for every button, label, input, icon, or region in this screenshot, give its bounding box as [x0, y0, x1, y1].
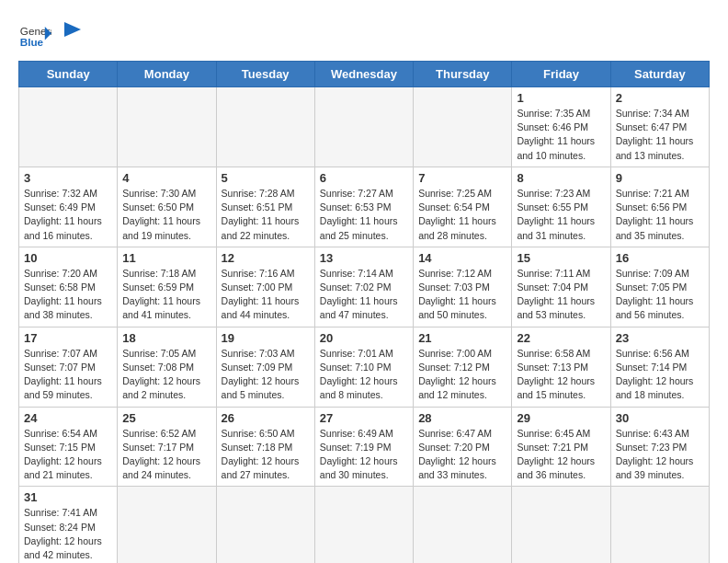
day-info: Sunrise: 7:27 AM Sunset: 6:53 PM Dayligh…: [320, 187, 408, 243]
calendar-week-row: 31Sunrise: 7:41 AM Sunset: 8:24 PM Dayli…: [19, 487, 710, 563]
calendar-day-cell: 26Sunrise: 6:50 AM Sunset: 7:18 PM Dayli…: [216, 407, 314, 487]
day-number: 31: [24, 490, 112, 504]
calendar-day-cell: 19Sunrise: 7:03 AM Sunset: 7:09 PM Dayli…: [216, 327, 314, 407]
calendar-day-cell: [19, 87, 118, 167]
calendar-day-cell: 27Sunrise: 6:49 AM Sunset: 7:19 PM Dayli…: [314, 407, 413, 487]
calendar-day-cell: [314, 487, 413, 563]
day-number: 25: [122, 411, 210, 425]
day-info: Sunrise: 7:09 AM Sunset: 7:05 PM Dayligh…: [616, 267, 704, 323]
calendar-day-cell: 5Sunrise: 7:28 AM Sunset: 6:51 PM Daylig…: [216, 167, 314, 247]
day-number: 9: [616, 171, 704, 185]
day-info: Sunrise: 7:05 AM Sunset: 7:08 PM Dayligh…: [122, 347, 210, 403]
day-info: Sunrise: 7:00 AM Sunset: 7:12 PM Dayligh…: [418, 347, 506, 403]
calendar-day-cell: 13Sunrise: 7:14 AM Sunset: 7:02 PM Dayli…: [314, 247, 413, 327]
day-number: 10: [24, 251, 112, 265]
weekday-header-thursday: Thursday: [414, 62, 512, 87]
calendar-day-cell: 31Sunrise: 7:41 AM Sunset: 8:24 PM Dayli…: [19, 487, 118, 563]
calendar-week-row: 17Sunrise: 7:07 AM Sunset: 7:07 PM Dayli…: [19, 327, 710, 407]
calendar-day-cell: 9Sunrise: 7:21 AM Sunset: 6:56 PM Daylig…: [610, 167, 709, 247]
calendar-day-cell: 29Sunrise: 6:45 AM Sunset: 7:21 PM Dayli…: [512, 407, 610, 487]
page-header: General Blue: [18, 18, 710, 52]
calendar-day-cell: 3Sunrise: 7:32 AM Sunset: 6:49 PM Daylig…: [19, 167, 118, 247]
day-info: Sunrise: 7:01 AM Sunset: 7:10 PM Dayligh…: [320, 347, 408, 403]
weekday-header-monday: Monday: [118, 62, 216, 87]
day-number: 26: [222, 411, 310, 425]
day-info: Sunrise: 7:23 AM Sunset: 6:55 PM Dayligh…: [517, 187, 605, 243]
calendar-day-cell: [118, 487, 216, 563]
weekday-header-sunday: Sunday: [19, 62, 118, 87]
day-info: Sunrise: 6:52 AM Sunset: 7:17 PM Dayligh…: [122, 427, 210, 483]
day-number: 29: [517, 411, 605, 425]
calendar-day-cell: 22Sunrise: 6:58 AM Sunset: 7:13 PM Dayli…: [512, 327, 610, 407]
calendar-day-cell: 20Sunrise: 7:01 AM Sunset: 7:10 PM Dayli…: [314, 327, 413, 407]
weekday-header-saturday: Saturday: [610, 62, 709, 87]
day-info: Sunrise: 7:25 AM Sunset: 6:54 PM Dayligh…: [418, 187, 506, 243]
calendar-week-row: 24Sunrise: 6:54 AM Sunset: 7:15 PM Dayli…: [19, 407, 710, 487]
calendar-header-row: SundayMondayTuesdayWednesdayThursdayFrid…: [19, 62, 710, 87]
day-number: 4: [122, 171, 210, 185]
day-info: Sunrise: 6:47 AM Sunset: 7:20 PM Dayligh…: [418, 427, 506, 483]
day-info: Sunrise: 7:16 AM Sunset: 7:00 PM Dayligh…: [222, 267, 310, 323]
day-number: 5: [222, 171, 310, 185]
day-number: 8: [517, 171, 605, 185]
day-number: 24: [24, 411, 112, 425]
day-info: Sunrise: 6:54 AM Sunset: 7:15 PM Dayligh…: [24, 427, 112, 483]
day-number: 20: [320, 331, 408, 345]
calendar-day-cell: 7Sunrise: 7:25 AM Sunset: 6:54 PM Daylig…: [414, 167, 512, 247]
day-number: 1: [517, 91, 605, 105]
day-number: 15: [517, 251, 605, 265]
calendar-day-cell: 2Sunrise: 7:34 AM Sunset: 6:47 PM Daylig…: [610, 87, 709, 167]
day-info: Sunrise: 7:12 AM Sunset: 7:03 PM Dayligh…: [418, 267, 506, 323]
day-number: 19: [222, 331, 310, 345]
day-number: 17: [24, 331, 112, 345]
calendar-day-cell: 18Sunrise: 7:05 AM Sunset: 7:08 PM Dayli…: [118, 327, 216, 407]
calendar-day-cell: [314, 87, 413, 167]
calendar-week-row: 1Sunrise: 7:35 AM Sunset: 6:46 PM Daylig…: [19, 87, 710, 167]
day-info: Sunrise: 6:50 AM Sunset: 7:18 PM Dayligh…: [222, 427, 310, 483]
logo-icon: General Blue: [18, 18, 51, 52]
day-info: Sunrise: 7:28 AM Sunset: 6:51 PM Dayligh…: [222, 187, 310, 243]
calendar-day-cell: 4Sunrise: 7:30 AM Sunset: 6:50 PM Daylig…: [118, 167, 216, 247]
calendar-table: SundayMondayTuesdayWednesdayThursdayFrid…: [18, 61, 710, 563]
day-info: Sunrise: 6:49 AM Sunset: 7:19 PM Dayligh…: [320, 427, 408, 483]
day-number: 16: [616, 251, 704, 265]
calendar-day-cell: [118, 87, 216, 167]
calendar-day-cell: 14Sunrise: 7:12 AM Sunset: 7:03 PM Dayli…: [414, 247, 512, 327]
logo: General Blue: [18, 18, 81, 52]
day-info: Sunrise: 7:30 AM Sunset: 6:50 PM Dayligh…: [122, 187, 210, 243]
calendar-day-cell: [216, 87, 314, 167]
day-info: Sunrise: 7:21 AM Sunset: 6:56 PM Dayligh…: [616, 187, 704, 243]
day-number: 27: [320, 411, 408, 425]
calendar-day-cell: 10Sunrise: 7:20 AM Sunset: 6:58 PM Dayli…: [19, 247, 118, 327]
calendar-day-cell: 6Sunrise: 7:27 AM Sunset: 6:53 PM Daylig…: [314, 167, 413, 247]
day-number: 13: [320, 251, 408, 265]
calendar-day-cell: 17Sunrise: 7:07 AM Sunset: 7:07 PM Dayli…: [19, 327, 118, 407]
weekday-header-wednesday: Wednesday: [314, 62, 413, 87]
day-number: 28: [418, 411, 506, 425]
day-number: 23: [616, 331, 704, 345]
day-number: 7: [418, 171, 506, 185]
day-number: 14: [418, 251, 506, 265]
calendar-day-cell: 30Sunrise: 6:43 AM Sunset: 7:23 PM Dayli…: [610, 407, 709, 487]
day-number: 22: [517, 331, 605, 345]
calendar-day-cell: 21Sunrise: 7:00 AM Sunset: 7:12 PM Dayli…: [414, 327, 512, 407]
day-number: 6: [320, 171, 408, 185]
day-info: Sunrise: 6:56 AM Sunset: 7:14 PM Dayligh…: [616, 347, 704, 403]
weekday-header-friday: Friday: [512, 62, 610, 87]
calendar-day-cell: [414, 87, 512, 167]
day-info: Sunrise: 7:20 AM Sunset: 6:58 PM Dayligh…: [24, 267, 112, 323]
calendar-day-cell: 16Sunrise: 7:09 AM Sunset: 7:05 PM Dayli…: [610, 247, 709, 327]
svg-marker-3: [64, 22, 81, 37]
day-info: Sunrise: 6:43 AM Sunset: 7:23 PM Dayligh…: [616, 427, 704, 483]
day-number: 11: [122, 251, 210, 265]
day-number: 21: [418, 331, 506, 345]
day-number: 30: [616, 411, 704, 425]
day-info: Sunrise: 7:07 AM Sunset: 7:07 PM Dayligh…: [24, 347, 112, 403]
day-number: 18: [122, 331, 210, 345]
calendar-day-cell: [512, 487, 610, 563]
calendar-day-cell: 1Sunrise: 7:35 AM Sunset: 6:46 PM Daylig…: [512, 87, 610, 167]
calendar-day-cell: 28Sunrise: 6:47 AM Sunset: 7:20 PM Dayli…: [414, 407, 512, 487]
calendar-day-cell: 15Sunrise: 7:11 AM Sunset: 7:04 PM Dayli…: [512, 247, 610, 327]
calendar-week-row: 3Sunrise: 7:32 AM Sunset: 6:49 PM Daylig…: [19, 167, 710, 247]
day-info: Sunrise: 7:41 AM Sunset: 8:24 PM Dayligh…: [24, 506, 112, 562]
